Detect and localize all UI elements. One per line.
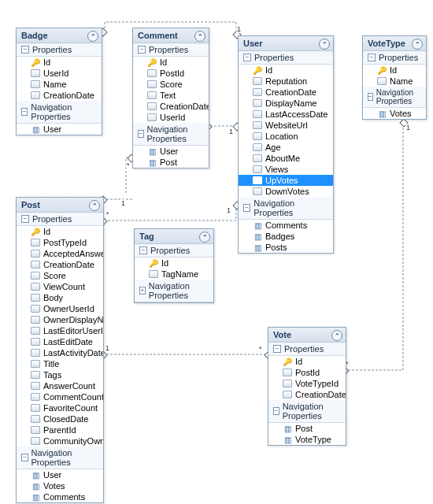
- property-item[interactable]: Reputation: [239, 76, 333, 87]
- entity-comment[interactable]: Comment ⌃ − Properties 🔑IdPostIdScoreTex…: [132, 28, 209, 169]
- property-item[interactable]: 🔑Id: [268, 356, 346, 367]
- property-item[interactable]: Body: [17, 292, 103, 303]
- nav-section[interactable]: − Navigation Properties: [17, 101, 102, 124]
- nav-property-item[interactable]: ▥Posts: [239, 242, 333, 253]
- properties-section[interactable]: − Properties: [268, 343, 346, 356]
- nav-section[interactable]: + Navigation Properties: [135, 280, 213, 302]
- property-item[interactable]: VoteTypeId: [268, 378, 346, 389]
- collapse-icon[interactable]: ⌃: [89, 200, 100, 211]
- toggle-icon[interactable]: −: [21, 215, 29, 223]
- property-item[interactable]: Text: [133, 90, 209, 101]
- property-item[interactable]: CreationDate: [17, 259, 103, 270]
- property-item[interactable]: 🔑Id: [363, 65, 426, 76]
- nav-property-item[interactable]: ▥VoteType: [268, 434, 346, 445]
- property-item[interactable]: Name: [17, 79, 102, 90]
- entity-post[interactable]: Post ⌃ − Properties 🔑IdPostTypeIdAccepte…: [16, 197, 104, 503]
- property-item[interactable]: Views: [239, 164, 333, 175]
- property-item[interactable]: Tags: [17, 369, 103, 380]
- toggle-icon[interactable]: +: [139, 287, 146, 295]
- nav-property-item[interactable]: ▥Post: [133, 157, 209, 168]
- entity-header[interactable]: Tag ⌃: [135, 229, 213, 244]
- property-item[interactable]: LastActivityDate: [17, 347, 103, 358]
- property-item[interactable]: CreationDate: [239, 87, 333, 98]
- property-item[interactable]: FavoriteCount: [17, 402, 103, 413]
- nav-section[interactable]: − Navigation Properties: [133, 123, 209, 146]
- property-item[interactable]: Title: [17, 358, 103, 369]
- property-item[interactable]: PostId: [133, 68, 209, 79]
- toggle-icon[interactable]: −: [243, 204, 250, 212]
- property-item[interactable]: 🔑Id: [133, 57, 209, 68]
- property-item[interactable]: Score: [133, 79, 209, 90]
- property-item[interactable]: ClosedDate: [17, 413, 103, 424]
- property-item[interactable]: DisplayName: [239, 98, 333, 109]
- toggle-icon[interactable]: −: [21, 46, 29, 54]
- entity-votetype[interactable]: VoteType ⌃ − Properties 🔑IdName − Naviga…: [362, 35, 427, 120]
- entity-header[interactable]: VoteType ⌃: [363, 36, 426, 51]
- toggle-icon[interactable]: −: [368, 93, 373, 101]
- property-item[interactable]: LastEditDate: [17, 336, 103, 347]
- entity-header[interactable]: Post ⌃: [17, 198, 103, 213]
- nav-property-item[interactable]: ▥Votes: [17, 480, 103, 491]
- nav-property-item[interactable]: ▥Post: [268, 423, 346, 434]
- entity-header[interactable]: Comment ⌃: [133, 28, 209, 43]
- nav-section[interactable]: − Navigation Properties: [363, 87, 426, 108]
- property-item[interactable]: OwnerDisplayN...: [17, 314, 103, 325]
- nav-property-item[interactable]: ▥Comments: [17, 491, 103, 502]
- nav-property-item[interactable]: ▥User: [17, 124, 102, 135]
- entity-header[interactable]: Vote ⌃: [268, 328, 346, 343]
- collapse-icon[interactable]: ⌃: [319, 39, 330, 50]
- entity-user[interactable]: User ⌃ − Properties 🔑IdReputationCreatio…: [238, 35, 334, 254]
- property-item[interactable]: ParentId: [17, 424, 103, 435]
- property-item[interactable]: CommunityOwn...: [17, 435, 103, 447]
- nav-section[interactable]: − Navigation Properties: [17, 447, 103, 469]
- collapse-icon[interactable]: ⌃: [412, 39, 423, 50]
- nav-property-item[interactable]: ▥User: [17, 469, 103, 480]
- collapse-icon[interactable]: ⌃: [87, 31, 98, 42]
- collapse-icon[interactable]: ⌃: [199, 232, 210, 243]
- property-item[interactable]: Age: [239, 142, 333, 153]
- entity-badge[interactable]: Badge ⌃ − Properties 🔑IdUserIdNameCreati…: [16, 28, 102, 135]
- property-item[interactable]: WebsiteUrl: [239, 120, 333, 131]
- property-item[interactable]: UpVotes: [239, 175, 333, 186]
- property-item[interactable]: CreationDate: [17, 90, 102, 101]
- collapse-icon[interactable]: ⌃: [331, 330, 342, 341]
- toggle-icon[interactable]: −: [273, 407, 279, 415]
- property-item[interactable]: Score: [17, 270, 103, 281]
- properties-section[interactable]: − Properties: [135, 244, 213, 258]
- properties-section[interactable]: − Properties: [363, 51, 426, 65]
- properties-section[interactable]: − Properties: [239, 51, 333, 65]
- nav-property-item[interactable]: ▥Votes: [363, 108, 426, 119]
- property-item[interactable]: AnswerCount: [17, 380, 103, 391]
- toggle-icon[interactable]: −: [138, 46, 146, 54]
- property-item[interactable]: 🔑Id: [135, 258, 213, 269]
- property-item[interactable]: LastEditorUserId: [17, 325, 103, 336]
- entity-vote[interactable]: Vote ⌃ − Properties 🔑IdPostIdVoteTypeIdC…: [268, 327, 346, 446]
- properties-section[interactable]: − Properties: [17, 213, 103, 226]
- properties-section[interactable]: − Properties: [133, 43, 209, 57]
- property-item[interactable]: ViewCount: [17, 281, 103, 292]
- property-item[interactable]: UserId: [17, 68, 102, 79]
- nav-section[interactable]: − Navigation Properties: [239, 197, 333, 220]
- property-item[interactable]: CreationDate: [133, 101, 209, 112]
- property-item[interactable]: CommentCount: [17, 391, 103, 402]
- property-item[interactable]: 🔑Id: [17, 57, 102, 68]
- nav-property-item[interactable]: ▥Badges: [239, 231, 333, 242]
- property-item[interactable]: Location: [239, 131, 333, 142]
- toggle-icon[interactable]: −: [21, 454, 28, 461]
- toggle-icon[interactable]: −: [138, 130, 144, 138]
- collapse-icon[interactable]: ⌃: [194, 31, 205, 42]
- toggle-icon[interactable]: −: [139, 246, 147, 254]
- property-item[interactable]: OwnerUserId: [17, 303, 103, 314]
- property-item[interactable]: 🔑Id: [239, 65, 333, 76]
- property-item[interactable]: UserId: [133, 112, 209, 123]
- property-item[interactable]: AboutMe: [239, 153, 333, 164]
- property-item[interactable]: 🔑Id: [17, 226, 103, 237]
- entity-header[interactable]: User ⌃: [239, 36, 333, 51]
- property-item[interactable]: TagName: [135, 269, 213, 280]
- nav-section[interactable]: − Navigation Properties: [268, 400, 346, 423]
- property-item[interactable]: CreationDate: [268, 389, 346, 400]
- nav-property-item[interactable]: ▥Comments: [239, 220, 333, 231]
- entity-header[interactable]: Badge ⌃: [17, 28, 102, 43]
- entity-tag[interactable]: Tag ⌃ − Properties 🔑IdTagName + Navigati…: [134, 228, 214, 303]
- properties-section[interactable]: − Properties: [17, 43, 102, 57]
